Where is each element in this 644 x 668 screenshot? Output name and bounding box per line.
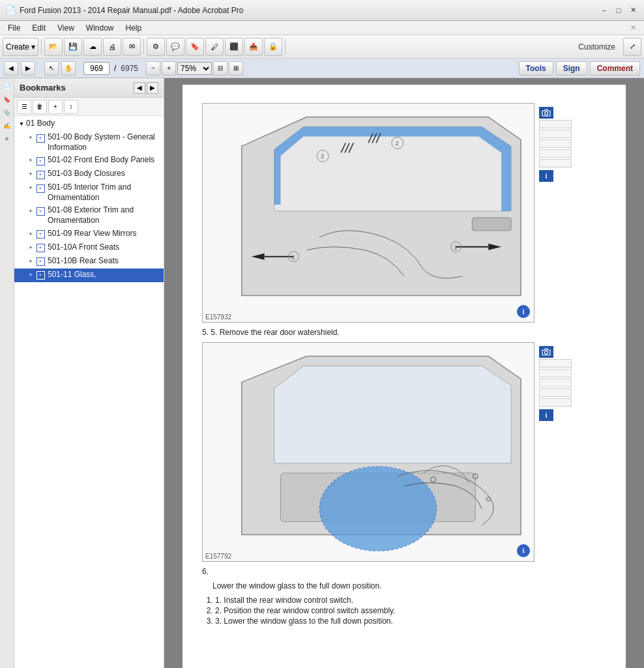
attachments-strip-btn[interactable]: 📎 <box>1 107 13 119</box>
pdf-area[interactable]: 1 1 2 2 <box>164 78 644 668</box>
fit-page-button[interactable]: ⊞ <box>229 61 243 76</box>
settings-button[interactable]: ⚙ <box>147 38 165 56</box>
layers-strip-btn[interactable]: ≡ <box>1 133 13 145</box>
customize-label[interactable]: Customize <box>578 42 615 51</box>
stamp-icon: 🔖 <box>190 42 199 51</box>
delete-bookmark-button[interactable]: 🗑 <box>33 100 47 114</box>
tools-button[interactable]: Tools <box>519 61 553 76</box>
bookmark-501-02[interactable]: + ▪ 501-02 Front End Body Panels <box>14 154 164 167</box>
right-annotation-strip-1: i <box>539 107 572 182</box>
step-6-sub-3: 3. Lower the window glass to the full do… <box>215 617 606 626</box>
zoom-controls: − + 75% 100% 125% 150% ⊟ ⊞ <box>146 61 243 76</box>
bookmark-501-11[interactable]: + ▪ 501-11 Glass, <box>14 269 164 282</box>
step-6-container: 6. Lower the window glass to the full do… <box>202 567 606 626</box>
left-icon-strip: 📄 🔖 📎 ✍ ≡ <box>0 78 14 668</box>
fit-width-button[interactable]: ⊟ <box>213 61 227 76</box>
menu-bar: File Edit View Window Help ✕ <box>0 21 644 35</box>
pages-strip-btn[interactable]: 📄 <box>1 81 13 93</box>
back-button[interactable]: ◀ <box>4 61 18 76</box>
bookmark-501-10b-label: 501-10B Rear Seats <box>48 256 161 267</box>
annotation-line-4 <box>539 149 572 158</box>
sidebar-next-button[interactable]: ▶ <box>147 82 158 94</box>
info-circle-2: i <box>539 409 553 421</box>
save-button[interactable]: 💾 <box>64 38 82 56</box>
signatures-strip-btn[interactable]: ✍ <box>1 120 13 132</box>
menu-view[interactable]: View <box>52 22 80 34</box>
protect-button[interactable]: 🔒 <box>264 38 282 56</box>
cursor-icon: ↖ <box>49 65 54 72</box>
bookmark-01-body[interactable]: ▼ 01 Body <box>14 117 164 131</box>
bm-icon-501-05: ▪ <box>35 183 46 194</box>
annotation-line-8 <box>539 379 572 387</box>
comment-button[interactable]: Comment <box>590 61 640 76</box>
cloud-icon: ☁ <box>89 42 96 51</box>
export-icon: 📤 <box>249 42 258 51</box>
menu-window[interactable]: Window <box>81 22 119 34</box>
cursor-tool[interactable]: ↖ <box>44 61 59 76</box>
camera-icon-1 <box>539 107 553 119</box>
annotation-line-2 <box>539 130 572 138</box>
print-icon: 🖨 <box>109 43 116 51</box>
expand-icon-501-03: + <box>26 169 35 180</box>
page-number-input[interactable]: 969 <box>83 62 110 75</box>
create-button[interactable]: Create ▾ <box>3 38 38 56</box>
maximize-button[interactable]: □ <box>613 5 624 16</box>
maximize-tool-button[interactable]: ⤢ <box>623 38 641 56</box>
open-button[interactable]: 📂 <box>44 38 63 56</box>
bookmarks-strip-btn[interactable]: 🔖 <box>1 94 13 106</box>
forward-button[interactable]: ▶ <box>21 61 35 76</box>
sidebar: Bookmarks ◀ ▶ ☰ 🗑 + ↕ ▼ 01 Body + ▪ <box>14 78 164 668</box>
step-6-sublist: 1. Install the rear window control switc… <box>215 596 606 626</box>
print-button[interactable]: 🖨 <box>103 38 121 56</box>
svg-marker-24 <box>274 366 512 463</box>
bookmark-501-00[interactable]: + ▪ 501-00 Body System - General Informa… <box>14 131 164 154</box>
step-6-sub-1: 1. Install the rear window control switc… <box>215 596 606 605</box>
annotation-line-6 <box>539 359 572 368</box>
sidebar-prev-button[interactable]: ◀ <box>134 82 145 94</box>
expand-icon-501-11: + <box>26 270 35 281</box>
menu-file[interactable]: File <box>3 22 25 34</box>
email-button[interactable]: ✉ <box>123 38 141 56</box>
bookmark-501-05-label: 501-05 Interior Trim and Ornamentation <box>48 182 161 203</box>
new-bookmark-button[interactable]: + <box>48 100 63 114</box>
sidebar-content: ▼ 01 Body + ▪ 501-00 Body System - Gener… <box>14 116 164 668</box>
svg-text:2: 2 <box>321 153 324 160</box>
step-6-text: Lower the window glass to the full down … <box>212 581 606 590</box>
minimize-button[interactable]: − <box>598 5 610 16</box>
bookmark-501-09[interactable]: + ▪ 501-09 Rear View Mirrors <box>14 227 164 241</box>
options-button[interactable]: ☰ <box>17 100 31 114</box>
comment-tool[interactable]: 💬 <box>166 38 184 56</box>
expand-icon: ⤢ <box>630 42 636 51</box>
svg-point-26 <box>319 467 436 551</box>
annotation-line-1 <box>539 120 572 128</box>
expand-all-button[interactable]: ↕ <box>64 100 78 114</box>
export-button[interactable]: 📤 <box>244 38 263 56</box>
bookmark-501-08-label: 501-08 Exterior Trim and Ornamentation <box>48 205 161 225</box>
title-controls[interactable]: − □ ✕ <box>598 5 639 16</box>
bookmark-501-10b[interactable]: + ▪ 501-10B Rear Seats <box>14 255 164 269</box>
bookmark-501-03[interactable]: + ▪ 501-03 Body Closures <box>14 167 164 181</box>
pan-tool[interactable]: ✋ <box>61 61 76 76</box>
cloud-button[interactable]: ☁ <box>83 38 102 56</box>
zoom-select[interactable]: 75% 100% 125% 150% <box>177 62 212 75</box>
bookmark-501-08[interactable]: + ▪ 501-08 Exterior Trim and Ornamentati… <box>14 204 164 227</box>
door-diagram-1-svg: 1 1 2 2 <box>203 104 534 312</box>
stamp-button[interactable]: 🔖 <box>186 38 204 56</box>
expand-icon-501-05: + <box>26 183 35 194</box>
bookmark-501-10a[interactable]: + ▪ 501-10A Front Seats <box>14 241 164 255</box>
close-button[interactable]: ✕ <box>627 5 639 16</box>
bookmark-501-03-label: 501-03 Body Closures <box>48 169 161 179</box>
diagram-2: E157792 i i <box>202 342 534 562</box>
highlight-button[interactable]: 🖊 <box>205 38 224 56</box>
right-annotation-strip-2: i <box>539 346 572 421</box>
zoom-in-button[interactable]: + <box>162 61 176 76</box>
customize-area: Customize ⤢ <box>578 38 641 56</box>
expand-icon-501-02: + <box>26 156 35 166</box>
menu-help[interactable]: Help <box>121 22 147 34</box>
bookmark-501-05[interactable]: + ▪ 501-05 Interior Trim and Ornamentati… <box>14 181 164 204</box>
zoom-out-button[interactable]: − <box>146 61 160 76</box>
close-panel-icon[interactable]: ✕ <box>625 22 641 33</box>
sign-button[interactable]: Sign <box>556 61 587 76</box>
redact-button[interactable]: ⬛ <box>225 38 243 56</box>
menu-edit[interactable]: Edit <box>27 22 51 34</box>
